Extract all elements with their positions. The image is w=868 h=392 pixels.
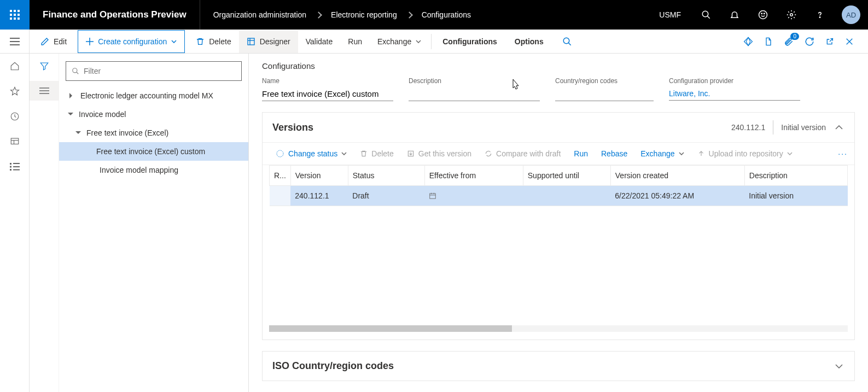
smile-icon[interactable] [749, 0, 777, 30]
tab-options[interactable]: Options [506, 30, 552, 53]
diamond-icon[interactable] [743, 37, 753, 46]
grid-header: R... Version Status Effective from Suppo… [270, 166, 848, 186]
change-status-button[interactable]: Change status [269, 147, 353, 160]
version-exchange-button[interactable]: Exchange [634, 147, 690, 160]
versions-panel: Versions 240.112.1 Initial version Chang… [262, 112, 855, 340]
row-selector[interactable] [270, 186, 291, 206]
cell-status[interactable]: Draft [348, 186, 424, 206]
topbar: Finance and Operations Preview Organizat… [0, 0, 868, 30]
edit-button[interactable]: Edit [33, 30, 74, 53]
tree-node[interactable]: Invoice model mapping [66, 161, 242, 179]
crumb-1[interactable]: Electronic reporting [331, 10, 397, 19]
body: Electronic ledger accounting model MX In… [0, 54, 868, 392]
version-run-button[interactable]: Run [567, 147, 595, 160]
funnel-icon[interactable] [39, 61, 49, 71]
tree-pane: Electronic ledger accounting model MX In… [59, 54, 249, 392]
star-icon[interactable] [0, 79, 30, 104]
help-icon[interactable] [806, 0, 834, 30]
validate-button[interactable]: Validate [298, 30, 341, 53]
svg-line-42 [77, 72, 79, 74]
chevron-down-icon [679, 152, 684, 155]
svg-point-43 [277, 150, 283, 157]
run-button[interactable]: Run [340, 30, 370, 53]
col-eff[interactable]: Effective from [424, 166, 523, 186]
status-icon [276, 149, 284, 158]
search-icon[interactable] [692, 0, 720, 30]
svg-rect-21 [248, 38, 254, 45]
workspace-icon[interactable] [0, 129, 30, 154]
main-pane: Configurations Name Description Country/… [249, 54, 868, 392]
svg-point-24 [563, 38, 569, 44]
cell-desc[interactable]: Initial version [744, 186, 847, 206]
tree-node-selected[interactable]: Free text invoice (Excel) custom [59, 142, 248, 161]
delete-button[interactable]: Delete [188, 30, 238, 53]
cell-supp[interactable] [523, 186, 610, 206]
home-icon[interactable] [0, 54, 30, 79]
create-configuration-button[interactable]: Create configuration [78, 30, 185, 53]
gear-icon[interactable] [777, 0, 806, 30]
popout-icon[interactable] [825, 37, 834, 46]
clock-icon[interactable] [0, 104, 30, 129]
tree-node[interactable]: Electronic ledger accounting model MX [66, 86, 242, 105]
name-input[interactable] [262, 89, 393, 98]
table-row[interactable]: 240.112.1 Draft 6/22/2021 05:49:22 AM In… [270, 186, 848, 206]
refresh-icon[interactable] [805, 37, 814, 46]
cell-eff[interactable] [424, 186, 523, 206]
svg-line-10 [707, 16, 710, 19]
chevron-down-icon[interactable] [834, 361, 844, 372]
versions-header[interactable]: Versions 240.112.1 Initial version [263, 113, 854, 142]
tree-label: Electronic ledger accounting model MX [80, 91, 213, 100]
version-delete-button[interactable]: Delete [353, 147, 400, 160]
bell-icon[interactable] [720, 0, 749, 30]
filter-box[interactable] [66, 61, 242, 81]
modules-icon[interactable] [0, 154, 30, 179]
attachment-icon[interactable]: 0 [784, 37, 794, 46]
exchange-button[interactable]: Exchange [370, 30, 429, 53]
rebase-button[interactable]: Rebase [595, 147, 634, 160]
scroll-thumb[interactable] [269, 325, 512, 332]
svg-point-12 [761, 13, 762, 14]
col-supp[interactable]: Supported until [523, 166, 610, 186]
col-version[interactable]: Version [290, 166, 348, 186]
provider-link[interactable]: Litware, Inc. [669, 89, 710, 98]
country-input[interactable] [555, 89, 654, 98]
svg-rect-4 [14, 14, 16, 16]
designer-button[interactable]: Designer [239, 30, 298, 53]
plus-icon [86, 38, 94, 45]
upload-button[interactable]: Upload into repository [691, 147, 799, 160]
description-input[interactable] [409, 89, 540, 98]
tree-node[interactable]: Invoice model [66, 105, 242, 124]
avatar[interactable]: AD [842, 5, 860, 24]
download-icon [407, 150, 415, 157]
col-r[interactable]: R... [270, 166, 291, 186]
document-icon[interactable] [764, 37, 773, 46]
trash-icon [196, 37, 205, 46]
hamburger-icon[interactable] [0, 30, 30, 53]
filter-input[interactable] [84, 67, 236, 75]
close-icon[interactable] [845, 37, 854, 46]
col-created[interactable]: Version created [610, 166, 744, 186]
crumb-2[interactable]: Configurations [422, 10, 471, 19]
label-description: Description [409, 77, 540, 85]
tree-node[interactable]: Free text invoice (Excel) [66, 124, 242, 142]
col-desc[interactable]: Description [744, 166, 847, 186]
compare-button[interactable]: Compare with draft [478, 147, 567, 160]
h-scrollbar[interactable] [269, 325, 848, 332]
cell-version[interactable]: 240.112.1 [290, 186, 348, 206]
crumb-0[interactable]: Organization administration [213, 10, 306, 19]
waffle-icon[interactable] [0, 0, 30, 30]
list-icon[interactable] [30, 81, 59, 101]
tab-configurations[interactable]: Configurations [434, 30, 506, 53]
search-icon[interactable] [562, 37, 572, 46]
cell-created[interactable]: 6/22/2021 05:49:22 AM [610, 186, 744, 206]
company-code[interactable]: USMF [648, 10, 692, 19]
compare-icon [485, 150, 492, 157]
chevron-up-icon[interactable] [834, 122, 844, 133]
calendar-icon[interactable] [429, 192, 436, 200]
tree-label: Free text invoice (Excel) [86, 128, 168, 137]
more-button[interactable]: ··· [838, 149, 848, 158]
iso-header[interactable]: ISO Country/region codes [263, 352, 854, 381]
col-status[interactable]: Status [348, 166, 424, 186]
svg-rect-5 [18, 14, 20, 16]
get-version-button[interactable]: Get this version [400, 147, 478, 160]
